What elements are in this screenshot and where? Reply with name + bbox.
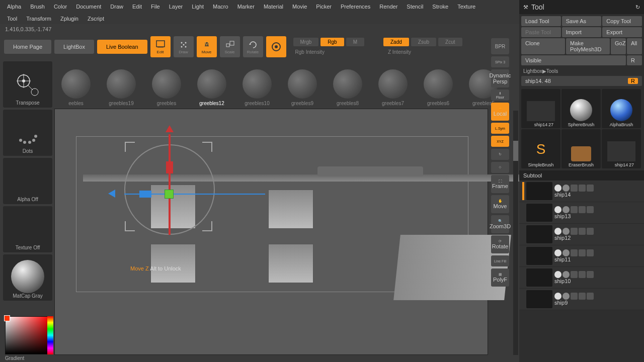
tool-cell-spherebrush[interactable]: SphereBrush [561,89,601,128]
material-slot[interactable]: MatCap Gray [3,254,52,301]
m-button[interactable]: M [346,38,364,46]
tool-btn-import[interactable]: Import [562,27,602,37]
gizmo-toggle-button[interactable] [266,36,286,57]
color-picker[interactable]: Gradient [5,316,51,361]
rgb-button[interactable]: Rgb [320,38,344,46]
tool-btn-make-polymesh3d[interactable]: Make PolyMesh3D [566,38,610,54]
menu-stencil[interactable]: Stencil [403,2,427,11]
zadd-button[interactable]: Zadd [383,38,409,46]
xyz-button[interactable]: XYZ [491,136,509,147]
lightbox-path[interactable]: Lightbox▶Tools [519,67,644,75]
mrgb-button[interactable]: Mrgb [293,38,319,46]
tool-btn-r[interactable]: R [627,55,642,65]
transpose-slot[interactable]: Transpose [3,61,52,108]
menu-file[interactable]: File [147,2,164,11]
tool-btn-all[interactable]: All [627,38,642,54]
tool-cell-alphabrush[interactable]: AlphaBrush [602,89,641,128]
menu-draw[interactable]: Draw [106,2,127,11]
tool-btn-visible[interactable]: Visible [521,55,626,65]
tool-btn-export[interactable]: Export [602,27,642,37]
edit-mode-button[interactable]: Edit [150,36,171,57]
tool-btn-paste-tool[interactable]: Paste Tool [521,27,561,37]
subtool-header[interactable]: Subtool [519,170,644,180]
menu-tool[interactable]: Tool [3,14,21,23]
bpr-button[interactable]: BPR [491,38,509,54]
tool-btn-load-tool[interactable]: Load Tool [521,16,561,26]
tool-name-field[interactable]: ship14. 48R [521,76,642,86]
home-page-button[interactable]: Home Page [4,40,51,54]
brush-greebles19[interactable]: greebles19 [100,63,143,106]
tool-cell-simplebrush[interactable]: SSimpleBrush [521,129,560,168]
menu-marker[interactable]: Marker [233,2,259,11]
tool-collapse-icon[interactable]: ⚒ [523,4,528,11]
menu-color[interactable]: Color [50,2,71,11]
transform-gizmo[interactable] [124,134,215,235]
tool-btn-goz[interactable]: GoZ [611,38,626,54]
brush-greebles7[interactable]: greebles7 [371,63,415,106]
menu-stroke[interactable]: Stroke [428,2,452,11]
texture-slot[interactable]: Texture Off [3,206,52,252]
menu-layer[interactable]: Layer [165,2,187,11]
frame-button[interactable]: ⛶Frame [491,175,509,193]
rotate-view-button[interactable]: ⟳Rotate [491,235,509,253]
menu-transform[interactable]: Transform [22,14,55,23]
brush-greebles9[interactable]: greebles9 [281,63,324,106]
subtool-ship13[interactable]: ship13 [519,202,644,224]
tool-cell-ship14[interactable]: 27ship14 [521,89,560,128]
menu-light[interactable]: Light [188,2,208,11]
rot-icon[interactable]: ↻ [491,149,509,160]
brush-greebles8[interactable]: greebles8 [326,63,369,106]
scale-mode-button[interactable]: Scale [220,36,240,57]
zcut-button[interactable]: Zcut [438,38,462,46]
spix-slider[interactable]: SPix 3 [491,56,509,67]
live-boolean-button[interactable]: Live Boolean [97,40,147,54]
menu-movie[interactable]: Movie [288,2,311,11]
stroke-slot[interactable]: Dots [3,110,52,156]
draw-mode-button[interactable]: Draw [174,36,194,57]
menu-zplugin[interactable]: Zplugin [56,14,83,23]
menu-zscript[interactable]: Zscript [84,14,108,23]
subtool-ship11[interactable]: ship11 [519,245,644,267]
tool-btn-clone[interactable]: Clone [521,38,565,54]
zsub-button[interactable]: Zsub [411,38,436,46]
dynamic-persp-button[interactable]: DynamicPersp [491,69,509,87]
menu-material[interactable]: Material [260,2,287,11]
move-view-button[interactable]: ✋Move [491,195,509,213]
subtool-ship14[interactable]: ship14 [519,180,644,202]
zoom3d-button[interactable]: 🔍Zoom3D [491,215,509,233]
menu-document[interactable]: Document [72,2,105,11]
subtool-ship10[interactable]: ship10 [519,267,644,289]
subtool-ship9[interactable]: ship9 [519,289,644,310]
tool-cell-eraserbrush[interactable]: EraserBrush [561,129,601,168]
lsym-button[interactable]: L.Sym [491,123,509,134]
tool-btn-copy-tool[interactable]: Copy Tool [602,16,642,26]
brush-greebles6[interactable]: greebles6 [417,63,460,106]
menu-edit[interactable]: Edit [128,2,146,11]
floor-button[interactable]: ⬇Floor [491,89,509,101]
viewport-scrollbar[interactable] [513,111,518,355]
menu-picker[interactable]: Picker [312,2,336,11]
brush-greebles[interactable]: greebles [145,63,188,106]
local-button[interactable]: 🔆Local [491,103,509,121]
move-mode-button[interactable]: MMove [197,36,217,57]
subtool-ship12[interactable]: ship12 [519,224,644,245]
menu-preferences[interactable]: Preferences [337,2,374,11]
lightbox-button[interactable]: LightBox [54,40,94,54]
viewport[interactable]: Move Z Alt to Unlock [54,109,488,355]
brush-greebles12[interactable]: greebles12 [190,63,233,106]
alpha-slot[interactable]: Alpha Off [3,158,52,204]
menu-macro[interactable]: Macro [209,2,232,11]
tool-btn-save-as[interactable]: Save As [562,16,602,26]
rotate-mode-button[interactable]: Rotate [243,36,263,57]
polyf-button[interactable]: ▦PolyF [491,268,509,287]
menu-render[interactable]: Render [375,2,401,11]
linefill-button[interactable]: Line Fill [491,255,509,266]
brush-eebles[interactable]: eebles [54,63,98,106]
menu-alpha[interactable]: Alpha [3,2,25,11]
tool-close-icon[interactable]: ↻ [635,4,640,11]
axis-icon[interactable]: ⊹ [491,162,509,173]
brush-greebles10[interactable]: greebles10 [235,63,279,106]
tool-cell-ship14[interactable]: 27ship14 [602,129,641,168]
menu-texture[interactable]: Texture [453,2,479,11]
menu-brush[interactable]: Brush [26,2,49,11]
